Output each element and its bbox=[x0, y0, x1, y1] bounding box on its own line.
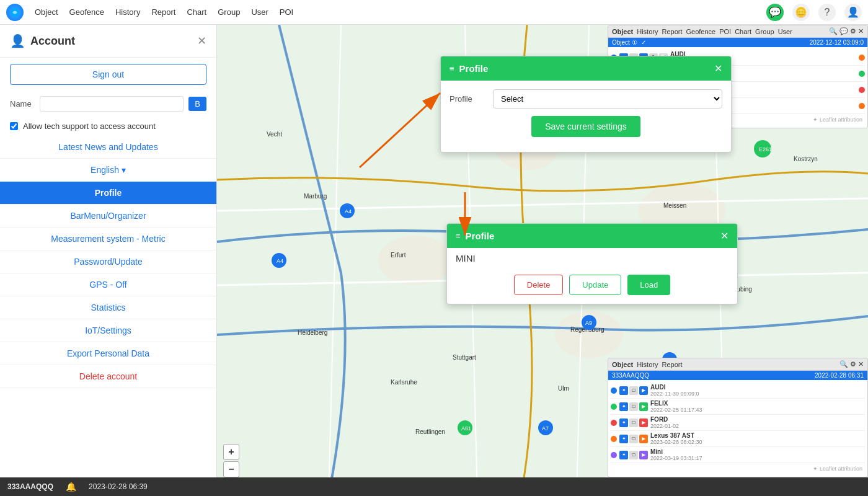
audi-bot-i3[interactable]: ▶ bbox=[639, 386, 648, 395]
name-row: Name B bbox=[0, 91, 216, 117]
mini-bot-dot bbox=[611, 452, 617, 458]
measurement-link[interactable]: Measurement system - Metric bbox=[0, 228, 216, 250]
felix-bot-i3[interactable]: ▶ bbox=[639, 402, 648, 411]
panel2-search-icon[interactable]: 🔍 bbox=[839, 360, 848, 368]
lexus-bot-i2[interactable]: □ bbox=[629, 435, 638, 443]
nav-user[interactable]: User bbox=[251, 7, 268, 17]
nav-group[interactable]: Group bbox=[218, 7, 240, 17]
profile-dialog-1-close[interactable]: ✕ bbox=[714, 63, 722, 74]
mini-bot-i1[interactable]: ✦ bbox=[619, 451, 628, 459]
mini-bot-icons: ✦ □ ▶ bbox=[619, 451, 648, 459]
svg-point-2 bbox=[378, 236, 453, 285]
panel-bottom-status: 333AAAQQQ 2022-02-28 06:31 bbox=[608, 371, 867, 380]
panel-chat-icon[interactable]: 💬 bbox=[839, 27, 848, 35]
object-panel-bottom-header: Object History Report 🔍 ⚙ ✕ bbox=[608, 358, 867, 371]
nav-history[interactable]: History bbox=[115, 7, 140, 17]
panel-tab-poi[interactable]: POI bbox=[719, 28, 731, 35]
delete-account-link[interactable]: Delete account bbox=[0, 365, 216, 388]
svg-text:Ulm: Ulm bbox=[558, 385, 569, 392]
ford-bot-i2[interactable]: □ bbox=[629, 418, 638, 427]
nav-poi[interactable]: POI bbox=[280, 7, 293, 17]
mini-bot-time: 2022-03-19 03:31:17 bbox=[650, 455, 865, 461]
statistics-link[interactable]: Statistics bbox=[0, 296, 216, 319]
signout-button[interactable]: Sign out bbox=[10, 64, 206, 85]
zoom-in-button[interactable]: + bbox=[223, 444, 239, 460]
panel2-close-icon[interactable]: ✕ bbox=[858, 360, 864, 368]
profile-delete-button[interactable]: Delete bbox=[514, 275, 564, 295]
panel-tab-group[interactable]: Group bbox=[755, 28, 774, 35]
audi-bot-name: AUDI bbox=[650, 384, 865, 391]
nav-object[interactable]: Object bbox=[35, 7, 58, 17]
profile-dialog-1-header: ≡ Profile ✕ bbox=[441, 56, 731, 81]
panel2-icons: 🔍 ⚙ ✕ bbox=[839, 360, 864, 368]
panel2-tab-object[interactable]: Object bbox=[612, 361, 633, 368]
lexus-bot-i3[interactable]: ▶ bbox=[639, 435, 648, 443]
name-input[interactable] bbox=[40, 96, 184, 112]
panel-tab-geofence[interactable]: Geofence bbox=[686, 28, 716, 35]
zoom-out-button[interactable]: − bbox=[223, 461, 239, 477]
profile-load-button[interactable]: Load bbox=[627, 275, 670, 295]
user-account-icon[interactable]: 👤 bbox=[844, 4, 862, 21]
lexus-bot-dot bbox=[611, 436, 617, 442]
nav-right-icons: 💬 🪙 ? 👤 bbox=[766, 4, 862, 21]
tech-support-label: Allow tech support to access account bbox=[23, 122, 156, 131]
profile-dialog-1: ≡ Profile ✕ Profile Select BASIC MINI Sa… bbox=[440, 56, 732, 153]
svg-text:A4: A4 bbox=[277, 258, 283, 264]
svg-text:Reutlingen: Reutlingen bbox=[415, 428, 445, 435]
panel-tab-user[interactable]: User bbox=[778, 28, 792, 35]
lexus-bot-i1[interactable]: ✦ bbox=[619, 435, 628, 443]
svg-text:Stuttgart: Stuttgart bbox=[453, 354, 476, 361]
panel-close-icon[interactable]: ✕ bbox=[858, 27, 864, 35]
audi-bot-i1[interactable]: ✦ bbox=[619, 386, 628, 395]
object-row-mini-bot: ✦ □ ▶ Mini 2022-03-19 03:31:17 bbox=[611, 447, 865, 463]
ford-bot-i3[interactable]: ▶ bbox=[639, 418, 648, 427]
iot-link[interactable]: IoT/Settings bbox=[0, 319, 216, 342]
panel2-tab-report[interactable]: Report bbox=[662, 361, 682, 368]
export-link[interactable]: Export Personal Data bbox=[0, 342, 216, 365]
help-icon[interactable]: ? bbox=[818, 4, 836, 21]
mini-bot-i3[interactable]: ▶ bbox=[639, 451, 648, 459]
profile-update-button[interactable]: Update bbox=[569, 275, 621, 295]
name-label: Name bbox=[10, 99, 35, 108]
sidebar-close-button[interactable]: ✕ bbox=[197, 34, 206, 48]
ford-bot-i1[interactable]: ✦ bbox=[619, 418, 628, 427]
felix-bot-i2[interactable]: □ bbox=[629, 402, 638, 411]
panel-tab-report[interactable]: Report bbox=[662, 28, 682, 35]
billing-icon[interactable]: 🪙 bbox=[792, 4, 810, 21]
panel-top-status-text: Object ① bbox=[612, 39, 637, 46]
nav-report[interactable]: Report bbox=[151, 7, 175, 17]
ford-bot-time: 2022-01-02 bbox=[650, 423, 865, 429]
app-logo[interactable] bbox=[6, 4, 24, 21]
svg-text:Heidelberg: Heidelberg bbox=[298, 329, 327, 336]
profile-dialog-2-title: Profile bbox=[466, 231, 495, 241]
language-link[interactable]: English ▾ bbox=[0, 159, 216, 182]
panel2-tab-history[interactable]: History bbox=[637, 361, 658, 368]
panel-search-icon[interactable]: 🔍 bbox=[829, 27, 838, 35]
panel-tab-history[interactable]: History bbox=[637, 28, 658, 35]
tech-support-checkbox[interactable] bbox=[10, 122, 18, 130]
panel-settings-icon[interactable]: ⚙ bbox=[850, 27, 856, 35]
object-row-felix-bot: ✦ □ ▶ FELIX 2022-02-25 01:17:43 bbox=[611, 399, 865, 415]
felix-bot-time: 2022-02-25 01:17:43 bbox=[650, 407, 865, 413]
panel-tab-chart[interactable]: Chart bbox=[735, 28, 751, 35]
mini-bot-i2[interactable]: □ bbox=[629, 451, 638, 459]
svg-text:Kostrzyn: Kostrzyn bbox=[794, 156, 818, 162]
profile-dialog-2-close[interactable]: ✕ bbox=[720, 230, 728, 242]
panel2-settings-icon[interactable]: ⚙ bbox=[850, 360, 856, 368]
password-link[interactable]: Password/Update bbox=[0, 250, 216, 273]
felix-bot-i1[interactable]: ✦ bbox=[619, 402, 628, 411]
chat-icon[interactable]: 💬 bbox=[766, 4, 784, 21]
panel-tab-object[interactable]: Object bbox=[612, 28, 633, 35]
barmenu-link[interactable]: BarMenu/Organizer bbox=[0, 205, 216, 228]
latest-news-link[interactable]: Latest News and Updates bbox=[0, 136, 216, 159]
audi-bot-i2[interactable]: □ bbox=[629, 386, 638, 395]
gps-link[interactable]: GPS - Off bbox=[0, 273, 216, 296]
nav-geofence[interactable]: Geofence bbox=[69, 7, 104, 17]
save-current-settings-button[interactable]: Save current settings bbox=[531, 116, 640, 137]
profile-select-dropdown[interactable]: Select BASIC MINI bbox=[493, 89, 722, 108]
profile-link[interactable]: Profile bbox=[0, 182, 216, 205]
svg-text:A9: A9 bbox=[585, 320, 592, 326]
profile-dialog-1-table-icon: ≡ bbox=[450, 64, 454, 73]
name-submit-button[interactable]: B bbox=[188, 97, 206, 111]
nav-chart[interactable]: Chart bbox=[187, 7, 206, 17]
